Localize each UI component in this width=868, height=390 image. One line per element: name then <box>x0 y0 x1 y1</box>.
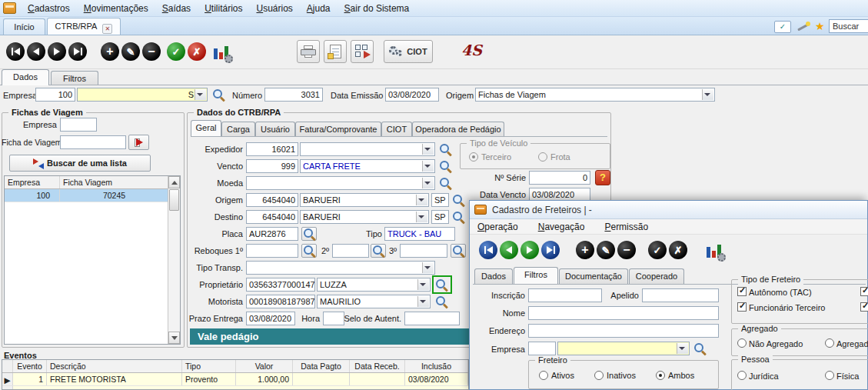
moeda-search-icon[interactable] <box>439 177 452 190</box>
menu-movimentacoes[interactable]: Movimentações <box>77 1 155 16</box>
menu-cadastros[interactable]: Cadastros <box>21 1 77 16</box>
freteiros-tab-filtros[interactable]: Filtros <box>514 267 558 284</box>
tipo-veic-field[interactable]: TRUCK - BAU <box>384 227 455 241</box>
vencto-search-icon[interactable] <box>439 160 452 173</box>
nao-agregado-radio[interactable] <box>737 338 747 348</box>
chart-button[interactable] <box>211 42 231 62</box>
num-serie-field[interactable]: 0 <box>529 171 590 185</box>
funcionario-checkbox[interactable] <box>737 302 747 312</box>
inscricao-field[interactable] <box>528 288 602 302</box>
col-header-evento[interactable]: Evento <box>13 360 47 372</box>
ctrb-origem-combo[interactable]: BARUERI <box>300 193 429 207</box>
freteiros-empresa-combo[interactable] <box>557 342 690 355</box>
placa-field[interactable]: AUR2876 <box>246 227 298 241</box>
selo-field[interactable] <box>404 312 460 325</box>
empresa-search-icon[interactable] <box>212 88 225 102</box>
menu-saidas[interactable]: Saídas <box>155 1 198 16</box>
extra-checkbox-1[interactable] <box>860 287 868 296</box>
expedidor-combo[interactable] <box>300 142 435 156</box>
destino-combo[interactable]: BARUERI <box>300 210 429 224</box>
scroll-thumb[interactable] <box>169 189 179 211</box>
freteiros-cancel-button[interactable]: ✗ <box>669 241 687 259</box>
tab-close-icon[interactable]: ✕ <box>102 24 112 34</box>
vencto-code-field[interactable]: 999 <box>246 159 298 173</box>
help-question-button[interactable]: ? <box>595 170 610 185</box>
extra-checkbox-2[interactable] <box>860 302 868 312</box>
col-header-data-receb[interactable]: Data Receb. <box>350 360 405 372</box>
placa-search-button[interactable] <box>301 227 317 241</box>
tab-ctrb-rpa[interactable]: CTRB/RPA✕ <box>47 18 121 35</box>
nav-next-button[interactable] <box>48 42 66 61</box>
motorista-search-icon[interactable] <box>435 295 448 308</box>
freteiros-empresa-code-field[interactable] <box>528 342 556 355</box>
cancel-button[interactable]: ✗ <box>188 42 206 61</box>
freteiros-tab-cooperado[interactable]: Cooperado <box>629 268 684 284</box>
menu-usuarios[interactable]: Usuários <box>249 1 299 16</box>
menu-ajuda[interactable]: Ajuda <box>300 1 338 16</box>
ctrb-tab-fatura[interactable]: Fatura/Comprovante <box>295 122 381 136</box>
col-header-inclusao[interactable]: Inclusão <box>405 360 468 372</box>
page-tab-filtros[interactable]: Filtros <box>51 71 98 85</box>
ctrb-tab-ciot[interactable]: CIOT <box>381 122 412 136</box>
page-tab-dados[interactable]: Dados <box>2 69 49 85</box>
col-header-valor[interactable]: Valor <box>236 360 293 372</box>
fisica-radio[interactable] <box>825 371 834 380</box>
frota-radio[interactable] <box>538 152 547 162</box>
scroll-down-icon[interactable] <box>168 332 180 344</box>
favorites-star-icon[interactable]: ★ <box>815 20 825 32</box>
panel-toggle-icon[interactable]: ✓ <box>774 21 791 33</box>
nome-field[interactable] <box>528 306 719 320</box>
ctrb-origem-code-field[interactable]: 6454040 <box>246 193 298 207</box>
data-emissao-field[interactable]: 03/08/2020 <box>385 88 439 102</box>
nav-prev-button[interactable] <box>27 42 45 61</box>
motorista-combo[interactable]: MAURILIO <box>317 295 431 308</box>
ativos-radio[interactable] <box>539 371 548 380</box>
goto-ficha-button[interactable] <box>128 135 149 150</box>
numero-field[interactable]: 3031 <box>264 88 323 102</box>
freteiros-tab-documentacao[interactable]: Documentação <box>559 268 628 284</box>
freteiros-edit-button[interactable]: ✎ <box>597 241 615 259</box>
print-button[interactable] <box>297 40 320 63</box>
destino-uf-field[interactable]: SP <box>431 210 449 224</box>
menu-permissao[interactable]: Permissão <box>604 222 648 232</box>
buscar-lista-button[interactable]: Buscar de uma lista <box>9 155 151 172</box>
fichas-grid-scrollbar[interactable] <box>168 176 180 344</box>
report-button[interactable] <box>324 40 347 63</box>
origem-combo[interactable]: Fichas de Viagem <box>475 88 715 102</box>
endereco-field[interactable] <box>528 324 719 338</box>
search-input[interactable] <box>829 19 868 33</box>
confirm-button[interactable]: ✓ <box>167 42 185 61</box>
fichas-ficha-field[interactable] <box>60 135 126 149</box>
ctrb-tab-carga[interactable]: Carga <box>221 122 255 136</box>
menu-navegacao[interactable]: Navegação <box>538 222 585 232</box>
col-header-empresa[interactable]: Empresa <box>5 176 60 188</box>
col-header-tipo[interactable]: Tipo <box>182 360 236 372</box>
reboque3-search-button[interactable] <box>451 244 466 258</box>
freteiros-confirm-button[interactable]: ✓ <box>648 241 667 259</box>
freteiros-titlebar[interactable]: Cadastro de Freteiros | - <box>470 201 867 219</box>
export-button[interactable] <box>351 40 374 63</box>
delete-button[interactable]: − <box>142 42 161 61</box>
nav-last-button[interactable] <box>68 42 87 61</box>
freteiros-add-button[interactable]: + <box>576 241 594 259</box>
wand-icon[interactable] <box>796 21 810 33</box>
freteiros-delete-button[interactable]: − <box>617 241 636 259</box>
apelido-field[interactable] <box>642 288 719 302</box>
freteiros-nav-first-button[interactable] <box>479 241 497 259</box>
terceiro-radio[interactable] <box>469 152 478 162</box>
col-header-descricao[interactable]: Descrição <box>47 360 182 372</box>
freteiros-nav-last-button[interactable] <box>541 241 560 259</box>
destino-search-icon[interactable] <box>452 211 465 224</box>
freteiros-empresa-search-icon[interactable] <box>693 342 707 355</box>
inativos-radio[interactable] <box>594 371 604 380</box>
empresa-combo[interactable]: S <box>77 88 208 102</box>
ctrb-tab-usuario[interactable]: Usuário <box>255 122 295 136</box>
menu-operacao[interactable]: Operação <box>477 222 518 232</box>
ambos-radio[interactable] <box>656 371 665 380</box>
tipo-transp-combo[interactable] <box>246 261 435 275</box>
add-button[interactable]: + <box>101 42 119 61</box>
ciot-button[interactable]: CIOT <box>384 40 433 63</box>
reboque1-search-button[interactable] <box>301 244 317 258</box>
ctrb-origem-uf-field[interactable]: SP <box>431 193 449 207</box>
freteiros-chart-button[interactable] <box>704 240 724 260</box>
